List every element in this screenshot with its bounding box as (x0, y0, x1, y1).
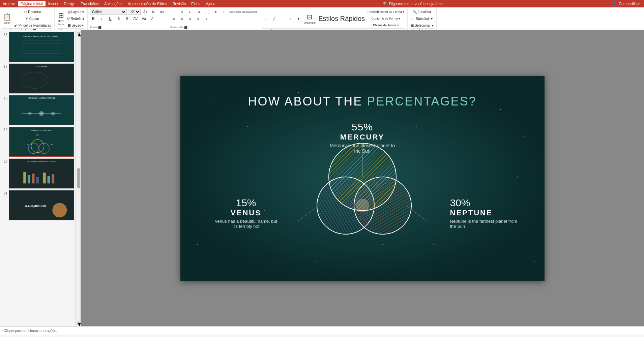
text-direction-button[interactable]: ⬆ (212, 9, 219, 15)
convert-smartart-button[interactable]: Converter em SmartArt (228, 9, 258, 15)
font-family-select[interactable]: Calibri (90, 9, 127, 15)
menu-pagina-inicial[interactable]: Página Inicial (18, 1, 45, 6)
decrease-font-button[interactable]: A↓ (150, 9, 157, 15)
format-painter-button[interactable]: 🖌 Pincel de Formatação (13, 22, 52, 28)
select-button[interactable]: ▦ Selecionar ▾ (410, 22, 434, 28)
outline-shape-button[interactable]: Contorno de Forma ▾ (367, 16, 405, 22)
spacing-button[interactable]: AV (132, 16, 139, 22)
svg-rect-27 (43, 173, 46, 183)
notes-bar[interactable]: Clique para adicionar anotações (0, 326, 644, 335)
line-spacing-button[interactable]: ↕ (203, 16, 210, 22)
svg-rect-28 (48, 176, 50, 183)
underline-button[interactable]: U (107, 16, 114, 22)
slide-thumb-20[interactable]: 20 DO YOU PROVIDE THESE AFTER TO THEIR? (1, 158, 74, 189)
svg-rect-26 (36, 177, 39, 184)
font-expand-icon[interactable]: ⬛ (98, 26, 101, 29)
svg-point-34 (247, 126, 248, 127)
slide-thumbnail-18[interactable]: A TIMELINE: PLANETS AFTER TIME (9, 95, 74, 125)
slide-thumbnail-21[interactable]: 4,498,300,000 (9, 190, 74, 220)
svg-text:30%: 30% (51, 144, 53, 146)
svg-point-50 (416, 126, 417, 127)
columns-button[interactable]: ⋮⋮ (203, 9, 211, 15)
align-text-button[interactable]: ↕ (220, 9, 228, 15)
copy-button[interactable]: ⎘ Copiar (13, 16, 52, 22)
increase-indent-button[interactable]: ⇥ (195, 9, 202, 15)
quick-styles-button[interactable]: Estilos Rápidos (317, 12, 366, 25)
scroll-up-button[interactable]: ▲ (77, 32, 80, 35)
menu-design[interactable]: Design (61, 1, 78, 6)
slide-thumb-17[interactable]: 17 THIS IS A MAP (1, 63, 74, 94)
reset-button[interactable]: ↺ Redefinir (66, 16, 85, 22)
clear-format-button[interactable]: Aa (158, 9, 166, 15)
bold-button[interactable]: B (90, 16, 97, 22)
shadow-button[interactable]: S (123, 16, 131, 22)
align-left-button[interactable]: ≡ (170, 16, 178, 22)
layout-button[interactable]: ▤ Layout ▾ (66, 9, 85, 15)
arrow-shape[interactable]: → (279, 16, 286, 22)
replace-button[interactable]: ↔ Substituir ▾ (410, 16, 433, 22)
menu-animacoes[interactable]: Animações (101, 1, 125, 6)
align-center-button[interactable]: ≡ (178, 16, 186, 22)
title-part1: HOW ABOUT THE (248, 94, 367, 108)
menu-inserir[interactable]: Inserir (46, 1, 61, 6)
venus-description: Venus has a beautiful name, but it's ter… (212, 219, 280, 229)
svg-point-54 (524, 136, 525, 137)
menu-revisao[interactable]: Revisão (170, 1, 189, 6)
slide-panel-scrollbar[interactable]: ▲ ▼ (76, 30, 81, 326)
increase-font-button[interactable]: A↑ (142, 9, 149, 15)
change-case-button[interactable]: Aa (140, 16, 148, 22)
svg-point-73 (356, 199, 369, 212)
effects-shape-button[interactable]: Efeitos de Forma ▾ (367, 22, 405, 28)
mercury-label: 55% MERCURY Mercury is the closest plane… (329, 121, 396, 154)
slide-thumbnail-16[interactable]: ARE THE SAME QUESTIONS? FINALLY (9, 32, 74, 62)
arrange-button[interactable]: ⊟ Organizar (303, 12, 317, 25)
slide-thumbnail-17[interactable]: THIS IS A MAP (9, 63, 74, 94)
menu-transicoes[interactable]: Transições (78, 1, 101, 6)
align-right-button[interactable]: ≡ (186, 16, 194, 22)
scroll-down-button[interactable]: ▼ (77, 321, 80, 325)
paragraph-expand-icon[interactable]: ⬛ (184, 26, 187, 29)
share-button[interactable]: 👤 Compartilhar (609, 1, 644, 7)
new-slide-button[interactable]: ⊞ Novo Slide (57, 10, 65, 27)
font-size-select[interactable]: 12 (128, 9, 141, 15)
find-button[interactable]: 🔍 Localizar (412, 9, 432, 15)
cut-button[interactable]: ✂ Recortar (13, 9, 52, 15)
italic-button[interactable]: I (98, 16, 106, 22)
menu-ajuda[interactable]: Ajuda (203, 1, 218, 6)
fill-shape-button[interactable]: Preenchimento de Forma ▾ (367, 9, 405, 15)
main-slide-canvas[interactable]: HOW ABOUT THE PERCENTAGES? 55% MERCURY M… (180, 76, 545, 281)
svg-point-13 (39, 111, 44, 116)
menu-bar: Arquivo Página Inicial Inserir Design Tr… (0, 0, 644, 7)
slides-group: ⊞ Novo Slide ▤ Layout ▾ ↺ Redefinir ☰ Se… (55, 7, 88, 30)
slide-thumbnail-20[interactable]: DO YOU PROVIDE THESE AFTER TO THEIR? (9, 158, 74, 189)
slide-thumb-19[interactable]: 19 HOW ABOUT THE PERCENTAGES? 15% 55% 30… (1, 127, 74, 157)
slide-thumb-18[interactable]: 18 A TIMELINE: PLANETS AFTER TIME (1, 95, 74, 125)
search-text[interactable]: Diga-me o que você deseja fazer (389, 2, 443, 6)
slide-thumb-21[interactable]: 21 4,498,300,000 (1, 190, 74, 220)
share-icon: 👤 (613, 2, 617, 6)
paste-icon: 📋 (3, 13, 11, 21)
line-shape[interactable]: ╱ (270, 16, 278, 22)
svg-point-17 (28, 143, 39, 154)
venus-percentage: 15% (212, 197, 280, 209)
menu-arquivo[interactable]: Arquivo (0, 1, 18, 6)
bullets-button[interactable]: ☰ (170, 9, 178, 15)
more-shapes[interactable]: ▾ (295, 16, 302, 22)
menu-exibir[interactable]: Exibir (188, 1, 203, 6)
numbering-button[interactable]: ≡ (178, 9, 186, 15)
menu-apresentacao[interactable]: Apresentação de Slides (125, 1, 170, 6)
justify-button[interactable]: ≡ (195, 16, 202, 22)
slide-thumbnail-19[interactable]: HOW ABOUT THE PERCENTAGES? 15% 55% 30% (9, 127, 74, 157)
strikethrough-button[interactable]: S (115, 16, 122, 22)
rect-shape[interactable]: □ (262, 16, 270, 22)
notes-placeholder[interactable]: Clique para adicionar anotações (3, 329, 57, 333)
canvas-area: HOW ABOUT THE PERCENTAGES? 55% MERCURY M… (81, 30, 644, 326)
paste-button[interactable]: 📋 Colar (2, 12, 12, 25)
scroll-thumb[interactable] (77, 168, 80, 188)
font-color-button[interactable]: A (149, 16, 156, 22)
section-button[interactable]: ☰ Seção ▾ (66, 22, 85, 28)
decrease-indent-button[interactable]: ⇤ (186, 9, 194, 15)
slide-thumb-16[interactable]: 16 ARE THE SAME QUESTIONS? FINALLY (1, 32, 74, 62)
oval-shape[interactable]: ○ (287, 16, 294, 22)
styles-icon: Estilos Rápidos (318, 14, 365, 23)
